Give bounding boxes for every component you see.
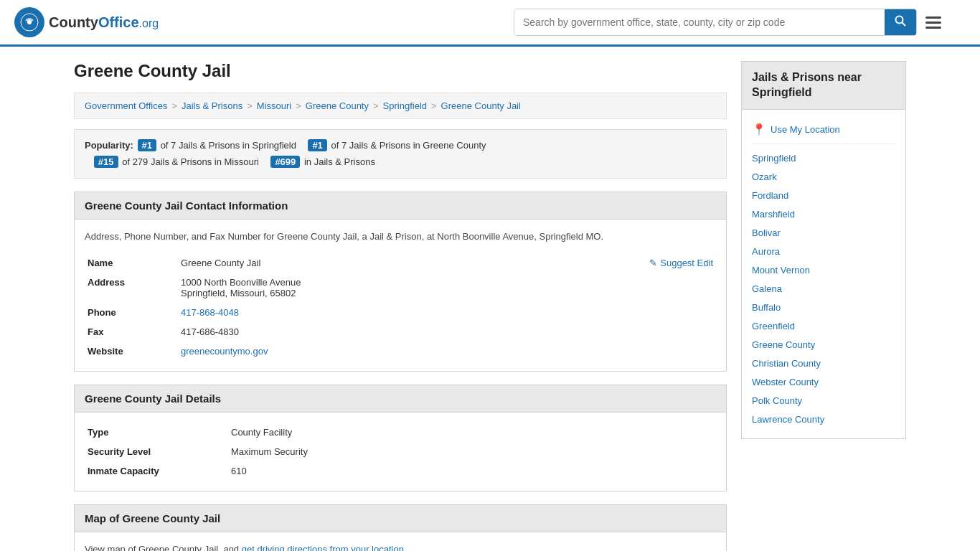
breadcrumb-springfield[interactable]: Springfield — [383, 100, 427, 111]
fax-label: Fax — [85, 322, 178, 342]
sidebar-item-webster-county: Webster County — [752, 372, 895, 391]
logo: CountyOffice.org — [14, 7, 159, 37]
address-row: Address 1000 North Boonville Avenue Spri… — [85, 273, 716, 303]
suggest-edit-icon: ✎ — [649, 258, 657, 268]
fax-row: Fax 417-686-4830 — [85, 322, 716, 342]
rank699-text: in Jails & Prisons — [304, 156, 375, 167]
address-value: 1000 North Boonville Avenue Springfield,… — [178, 273, 716, 303]
sidebar-item-ozark: Ozark — [752, 167, 895, 186]
sidebar-link-fordland[interactable]: Fordland — [752, 190, 788, 201]
breadcrumb-gov-offices[interactable]: Government Offices — [85, 100, 167, 111]
type-label: Type — [85, 423, 228, 442]
search-box — [514, 9, 917, 36]
use-location-link[interactable]: Use My Location — [771, 124, 840, 135]
map-section-header: Map of Greene County Jail — [74, 504, 727, 532]
sidebar-link-marshfield[interactable]: Marshfield — [752, 209, 795, 220]
breadcrumb-sep-4: > — [373, 100, 379, 111]
sidebar-item-greenfield: Greenfield — [752, 316, 895, 335]
sidebar-link-springfield[interactable]: Springfield — [752, 153, 796, 164]
contact-description: Address, Phone Number, and Fax Number fo… — [85, 230, 716, 244]
location-pin-icon: 📍 — [752, 123, 766, 136]
rank1-springfield-badge: #1 — [138, 139, 156, 151]
search-input[interactable] — [514, 9, 885, 35]
name-value: Greene County Jail ✎ Suggest Edit — [178, 253, 716, 273]
sidebar-link-christian-county[interactable]: Christian County — [752, 358, 821, 369]
sidebar-link-ozark[interactable]: Ozark — [752, 171, 777, 182]
breadcrumb-missouri[interactable]: Missouri — [257, 100, 291, 111]
rank699-badge: #699 — [270, 156, 300, 168]
sidebar-item-springfield: Springfield — [752, 149, 895, 167]
search-area — [514, 9, 944, 36]
sidebar-item-marshfield: Marshfield — [752, 204, 895, 223]
phone-value: 417-868-4048 — [178, 303, 716, 322]
popularity-label: Popularity: — [85, 140, 133, 151]
sidebar-item-lawrence-county: Lawrence County — [752, 410, 895, 428]
security-label: Security Level — [85, 442, 228, 461]
breadcrumb-sep-5: > — [431, 100, 437, 111]
phone-row: Phone 417-868-4048 — [85, 303, 716, 322]
sidebar-body: 📍 Use My Location Springfield Ozark Ford… — [741, 110, 906, 439]
sidebar-link-bolivar[interactable]: Bolivar — [752, 227, 781, 238]
search-button[interactable] — [885, 9, 916, 35]
sidebar-item-polk-county: Polk County — [752, 391, 895, 410]
sidebar-item-buffalo: Buffalo — [752, 298, 895, 316]
details-section-header: Greene County Jail Details — [74, 385, 727, 413]
use-location-row: 📍 Use My Location — [752, 116, 895, 144]
sidebar-link-buffalo[interactable]: Buffalo — [752, 302, 781, 313]
details-section-body: Type County Facility Security Level Maxi… — [74, 413, 727, 491]
breadcrumb-greene-county-jail[interactable]: Greene County Jail — [441, 100, 521, 111]
suggest-edit-link[interactable]: ✎ Suggest Edit — [649, 258, 713, 268]
map-section-body: View map of Greene County Jail, and get … — [74, 532, 727, 551]
directions-link[interactable]: get driving directions from your locatio… — [242, 544, 404, 551]
contact-table: Name Greene County Jail ✎ Suggest Edit A… — [85, 253, 716, 361]
sidebar-item-mount-vernon: Mount Vernon — [752, 260, 895, 279]
sidebar-item-greene-county: Greene County — [752, 335, 895, 354]
sidebar-link-polk-county[interactable]: Polk County — [752, 395, 802, 406]
breadcrumb-greene-county[interactable]: Greene County — [306, 100, 369, 111]
capacity-label: Inmate Capacity — [85, 461, 228, 481]
contact-section-body: Address, Phone Number, and Fax Number fo… — [74, 220, 727, 372]
sidebar-link-greenfield[interactable]: Greenfield — [752, 321, 795, 331]
sidebar-cities-list: Springfield Ozark Fordland Marshfield Bo… — [752, 149, 895, 428]
security-row: Security Level Maximum Security — [85, 442, 716, 461]
content-area: Greene County Jail Government Offices > … — [74, 61, 727, 551]
sidebar-link-galena[interactable]: Galena — [752, 283, 782, 294]
sidebar-link-lawrence-county[interactable]: Lawrence County — [752, 414, 824, 425]
sidebar-link-aurora[interactable]: Aurora — [752, 246, 780, 257]
contact-section-header: Greene County Jail Contact Information — [74, 192, 727, 220]
map-description: View map of Greene County Jail, and get … — [85, 542, 716, 551]
sidebar-link-webster-county[interactable]: Webster County — [752, 377, 819, 387]
sidebar-item-aurora: Aurora — [752, 242, 895, 260]
menu-button[interactable] — [923, 14, 944, 32]
rank1-greene-badge: #1 — [308, 139, 326, 151]
page-title: Greene County Jail — [74, 61, 727, 81]
details-table: Type County Facility Security Level Maxi… — [85, 423, 716, 481]
website-value: greenecountymo.gov — [178, 342, 716, 361]
fax-value: 417-686-4830 — [178, 322, 716, 342]
rank15-missouri-badge: #15 — [94, 156, 118, 168]
name-row: Name Greene County Jail ✎ Suggest Edit — [85, 253, 716, 273]
sidebar-item-fordland: Fordland — [752, 186, 895, 204]
type-value: County Facility — [228, 423, 716, 442]
breadcrumb-sep-2: > — [247, 100, 253, 111]
sidebar: Jails & Prisons near Springfield 📍 Use M… — [741, 61, 906, 551]
sidebar-header: Jails & Prisons near Springfield — [741, 61, 906, 110]
phone-link[interactable]: 417-868-4048 — [181, 307, 239, 318]
sidebar-link-mount-vernon[interactable]: Mount Vernon — [752, 265, 810, 276]
website-link[interactable]: greenecountymo.gov — [181, 346, 268, 357]
breadcrumb-sep-3: > — [296, 100, 301, 111]
sidebar-item-bolivar: Bolivar — [752, 223, 895, 242]
sidebar-link-greene-county[interactable]: Greene County — [752, 339, 815, 350]
phone-label: Phone — [85, 303, 178, 322]
rank1-greene-text: of 7 Jails & Prisons in Greene County — [331, 140, 486, 151]
breadcrumb: Government Offices > Jails & Prisons > M… — [74, 93, 727, 119]
site-header: CountyOffice.org — [0, 0, 980, 47]
logo-text: CountyOffice.org — [49, 14, 159, 31]
name-label: Name — [85, 253, 178, 273]
rank15-missouri-text: of 279 Jails & Prisons in Missouri — [122, 156, 259, 167]
popularity-section: Popularity: #1 of 7 Jails & Prisons in S… — [74, 129, 727, 179]
address-label: Address — [85, 273, 178, 303]
sidebar-item-christian-county: Christian County — [752, 354, 895, 372]
security-value: Maximum Security — [228, 442, 716, 461]
breadcrumb-jails-prisons[interactable]: Jails & Prisons — [182, 100, 242, 111]
